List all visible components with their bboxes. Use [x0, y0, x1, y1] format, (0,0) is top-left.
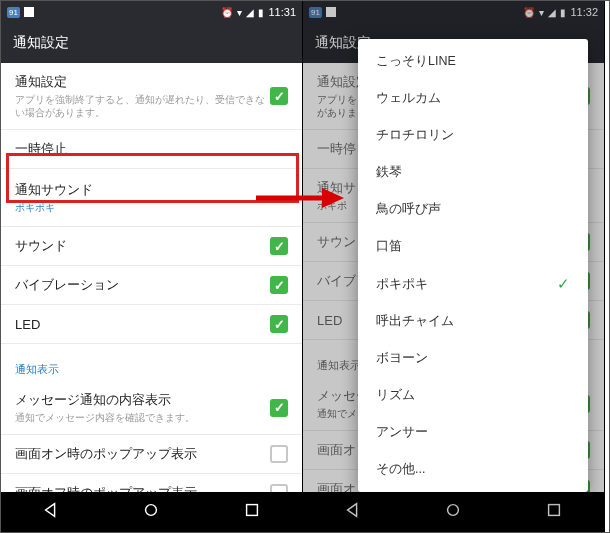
label: バイブレーション	[15, 276, 270, 294]
clock: 11:31	[268, 6, 296, 18]
row-message-content[interactable]: メッセージ通知の内容表示 通知でメッセージ内容を確認できます。	[1, 381, 302, 435]
popup-item-selected[interactable]: ポキポキ✓	[358, 265, 588, 303]
alarm-icon: ⏰	[221, 7, 233, 18]
popup-item[interactable]: こっそりLINE	[358, 43, 588, 80]
svg-point-0	[146, 505, 157, 516]
check-icon: ✓	[557, 275, 570, 293]
page-title: 通知設定	[13, 34, 69, 52]
sublabel: アプリを強制終了すると、通知が遅れたり、受信できない場合があります。	[15, 93, 270, 119]
signal-icon: ◢	[246, 7, 254, 18]
label: 画面オン時のポップアップ表示	[15, 445, 270, 463]
checkbox-checked[interactable]	[270, 399, 288, 417]
label: 通知サウンド	[15, 181, 288, 199]
popup-item[interactable]: 鉄琴	[358, 154, 588, 191]
row-sound[interactable]: サウンド	[1, 227, 302, 266]
annotation-arrow-icon	[254, 187, 344, 209]
checkbox-unchecked[interactable]	[270, 445, 288, 463]
sound-picker-popup: こっそりLINE ウェルカム チロチロリン 鉄琴 鳥の呼び声 口笛 ポキポキ✓ …	[358, 39, 588, 492]
popup-item[interactable]: ウェルカム	[358, 80, 588, 117]
checkbox-checked[interactable]	[270, 87, 288, 105]
popup-item-other[interactable]: その他...	[358, 451, 588, 488]
popup-item[interactable]: ボヨーン	[358, 340, 588, 377]
popup-item[interactable]: アンサー	[358, 414, 588, 451]
sound-value: ポキポキ	[15, 201, 288, 214]
checkbox-checked[interactable]	[270, 276, 288, 294]
settings-list: 通知設定 アプリを強制終了すると、通知が遅れたり、受信できない場合があります。 …	[1, 63, 302, 513]
svg-rect-1	[246, 505, 257, 516]
popup-item[interactable]: 呼出チャイム	[358, 303, 588, 340]
header: 通知設定	[1, 23, 302, 63]
section-header: 通知表示	[1, 344, 302, 381]
popup-item[interactable]: リズム	[358, 377, 588, 414]
checkbox-checked[interactable]	[270, 315, 288, 333]
sublabel: 通知でメッセージ内容を確認できます。	[15, 411, 270, 424]
row-pause[interactable]: 一時停止	[1, 130, 302, 169]
home-button[interactable]	[142, 501, 160, 523]
status-bar: 91 ⏰ ▾ ◢ ▮ 11:31	[1, 1, 302, 23]
nav-bar	[1, 492, 302, 532]
notification-badge: 91	[7, 7, 20, 18]
label: サウンド	[15, 237, 270, 255]
recent-button[interactable]	[243, 501, 261, 523]
wifi-icon: ▾	[237, 7, 242, 18]
popup-item[interactable]: 鳥の呼び声	[358, 191, 588, 228]
label: 一時停止	[15, 140, 288, 158]
back-button[interactable]	[42, 501, 60, 523]
right-screenshot: 91 ⏰ ▾ ◢ ▮ 11:32 通知設定 通知設定 アプリをがありま	[303, 1, 605, 532]
row-notification[interactable]: 通知設定 アプリを強制終了すると、通知が遅れたり、受信できない場合があります。	[1, 63, 302, 130]
label: LED	[15, 317, 270, 332]
row-led[interactable]: LED	[1, 305, 302, 344]
row-vibration[interactable]: バイブレーション	[1, 266, 302, 305]
svg-marker-5	[322, 188, 344, 208]
gallery-icon	[24, 7, 34, 17]
battery-icon: ▮	[258, 7, 264, 18]
row-popup-screen-on[interactable]: 画面オン時のポップアップ表示	[1, 435, 302, 474]
label: メッセージ通知の内容表示	[15, 391, 270, 409]
popup-item[interactable]: チロチロリン	[358, 117, 588, 154]
checkbox-checked[interactable]	[270, 237, 288, 255]
popup-item[interactable]: 口笛	[358, 228, 588, 265]
label: 通知設定	[15, 73, 270, 91]
left-screenshot: 91 ⏰ ▾ ◢ ▮ 11:31 通知設定 通知設定 アプリを強制終了すると、通…	[1, 1, 303, 532]
